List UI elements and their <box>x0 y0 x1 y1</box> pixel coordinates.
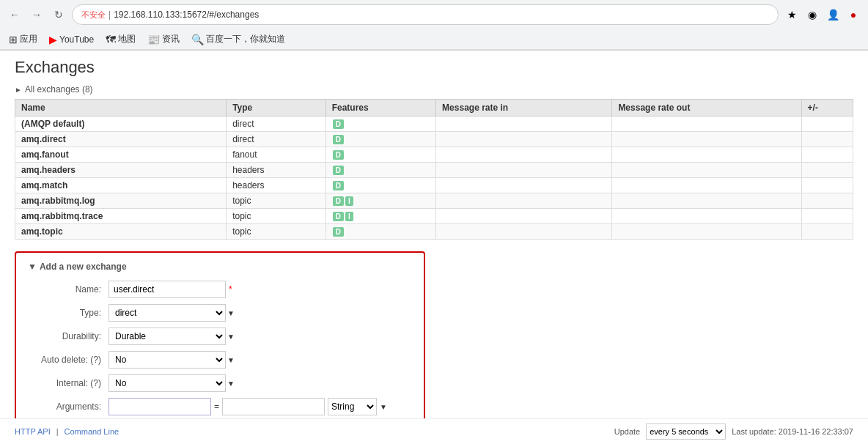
exchange-name[interactable]: amq.rabbitmq.trace <box>15 209 227 224</box>
row-actions <box>801 178 853 193</box>
apps-icon: ⊞ <box>9 34 18 45</box>
table-row[interactable]: amq.directdirectD <box>15 132 853 147</box>
internal-label: Internal: (?) <box>28 378 108 388</box>
table-row[interactable]: amq.fanoutfanoutD <box>15 147 853 163</box>
name-row: Name: * <box>28 281 412 298</box>
argument-value-input[interactable] <box>222 398 325 415</box>
exchange-name[interactable]: amq.match <box>15 178 227 193</box>
feature-badge: I <box>345 196 353 206</box>
feature-badge: D <box>333 227 344 237</box>
bookmark-apps-label: 应用 <box>20 33 37 45</box>
exchange-features: DI <box>326 193 435 209</box>
rate-out <box>612 178 801 193</box>
rate-in <box>436 224 612 240</box>
exchange-name[interactable]: amq.rabbitmq.log <box>15 193 227 209</box>
bookmarks-bar: ⊞ 应用 ▶ YouTube 🗺 地图 📰 资讯 🔍 百度一下，你就知道 <box>0 29 868 50</box>
address-bar[interactable]: 不安全 | 192.168.110.133:15672/#/exchanges <box>72 4 779 25</box>
bookmark-baidu-label: 百度一下，你就知道 <box>206 33 285 45</box>
argument-type-select[interactable]: String Number Boolean List <box>328 398 377 415</box>
internal-select[interactable]: No Yes <box>108 374 226 392</box>
exchange-name[interactable]: amq.headers <box>15 163 227 178</box>
rate-out <box>612 163 801 178</box>
last-update-label: Last update: <box>732 427 776 436</box>
row-actions <box>801 209 853 224</box>
back-button[interactable]: ← <box>6 6 23 23</box>
bookmark-youtube[interactable]: ▶ YouTube <box>46 32 97 47</box>
feature-badge: D <box>333 150 344 160</box>
durability-select[interactable]: Durable Transient <box>108 328 226 345</box>
exchange-name[interactable]: (AMQP default) <box>15 116 227 132</box>
command-line-link[interactable]: Command Line <box>65 427 119 436</box>
add-exchange-toggle[interactable]: ▼ Add a new exchange <box>28 262 412 272</box>
profile-button[interactable]: 👤 <box>824 6 842 23</box>
youtube-icon: ▶ <box>49 34 57 45</box>
exchange-type: direct <box>227 116 326 132</box>
auto-delete-label: Auto delete: (?) <box>28 355 108 365</box>
table-row[interactable]: (AMQP default)directD <box>15 116 853 132</box>
footer: HTTP API | Command Line Update every 5 s… <box>0 418 868 443</box>
last-update-text: Last update: 2019-11-16 22:33:07 <box>732 427 853 436</box>
exchange-name[interactable]: amq.topic <box>15 224 227 240</box>
arguments-row: Arguments: = String Number Boolean List … <box>28 398 412 415</box>
feature-badge: I <box>345 212 353 221</box>
http-api-link[interactable]: HTTP API <box>15 427 51 436</box>
exchange-name[interactable]: amq.direct <box>15 132 227 147</box>
table-row[interactable]: amq.rabbitmq.tracetopicDI <box>15 209 853 224</box>
feature-badge: D <box>333 135 344 144</box>
bookmark-news[interactable]: 📰 资讯 <box>144 32 183 47</box>
row-actions <box>801 224 853 240</box>
bookmark-maps[interactable]: 🗺 地图 <box>103 32 139 47</box>
exchange-features: D <box>326 163 435 178</box>
exchange-type: topic <box>227 209 326 224</box>
exchange-type: direct <box>227 132 326 147</box>
bookmark-apps[interactable]: ⊞ 应用 <box>6 32 40 47</box>
argument-key-input[interactable] <box>108 398 211 415</box>
all-exchanges-toggle[interactable]: ► All exchanges (8) <box>15 84 853 95</box>
internal-row: Internal: (?) No Yes ▼ <box>28 374 412 392</box>
rate-out <box>612 209 801 224</box>
footer-right: Update every 5 seconds every 10 seconds … <box>614 423 853 440</box>
rate-out <box>612 147 801 163</box>
footer-separator: | <box>56 427 59 436</box>
add-exchange-section: ▼ Add a new exchange Name: * Type: direc… <box>15 251 425 443</box>
rate-out <box>612 132 801 147</box>
bookmark-star-button[interactable]: ★ <box>783 6 801 23</box>
type-select[interactable]: direct fanout headers topic <box>108 304 226 322</box>
browser-chrome: ← → ↻ 不安全 | 192.168.110.133:15672/#/exch… <box>0 0 868 51</box>
row-actions <box>801 116 853 132</box>
table-row[interactable]: amq.topictopicD <box>15 224 853 240</box>
row-actions <box>801 132 853 147</box>
feature-badge: D <box>333 196 344 206</box>
name-input[interactable] <box>108 281 226 298</box>
toggle-arrow-icon: ► <box>15 86 22 94</box>
auto-delete-select[interactable]: No Yes <box>108 351 226 369</box>
menu-button[interactable]: ● <box>845 6 862 23</box>
exchange-features: D <box>326 147 435 163</box>
durability-label: Durability: <box>28 331 108 341</box>
table-row[interactable]: amq.headersheadersD <box>15 163 853 178</box>
exchange-type: headers <box>227 178 326 193</box>
row-actions <box>801 147 853 163</box>
bookmark-baidu[interactable]: 🔍 百度一下，你就知道 <box>188 32 288 47</box>
exchange-name[interactable]: amq.fanout <box>15 147 227 163</box>
reload-button[interactable]: ↻ <box>50 6 67 23</box>
table-row[interactable]: amq.matchheadersD <box>15 178 853 193</box>
required-indicator: * <box>229 284 232 295</box>
rate-out <box>612 116 801 132</box>
update-interval-select[interactable]: every 5 seconds every 10 seconds every 3… <box>646 423 726 440</box>
rate-in <box>436 132 612 147</box>
forward-button[interactable]: → <box>28 6 45 23</box>
rate-in <box>436 178 612 193</box>
row-actions <box>801 163 853 178</box>
security-warning: 不安全 <box>81 10 106 21</box>
extensions-button[interactable]: ◉ <box>803 6 821 23</box>
feature-badge: D <box>333 181 344 190</box>
internal-arrow-icon: ▼ <box>227 380 235 388</box>
rate-in <box>436 193 612 209</box>
bookmark-youtube-label: YouTube <box>59 34 94 45</box>
page-title: Exchanges <box>15 58 853 77</box>
type-row: Type: direct fanout headers topic ▼ <box>28 304 412 322</box>
table-row[interactable]: amq.rabbitmq.logtopicDI <box>15 193 853 209</box>
exchange-features: D <box>326 224 435 240</box>
rate-in <box>436 163 612 178</box>
